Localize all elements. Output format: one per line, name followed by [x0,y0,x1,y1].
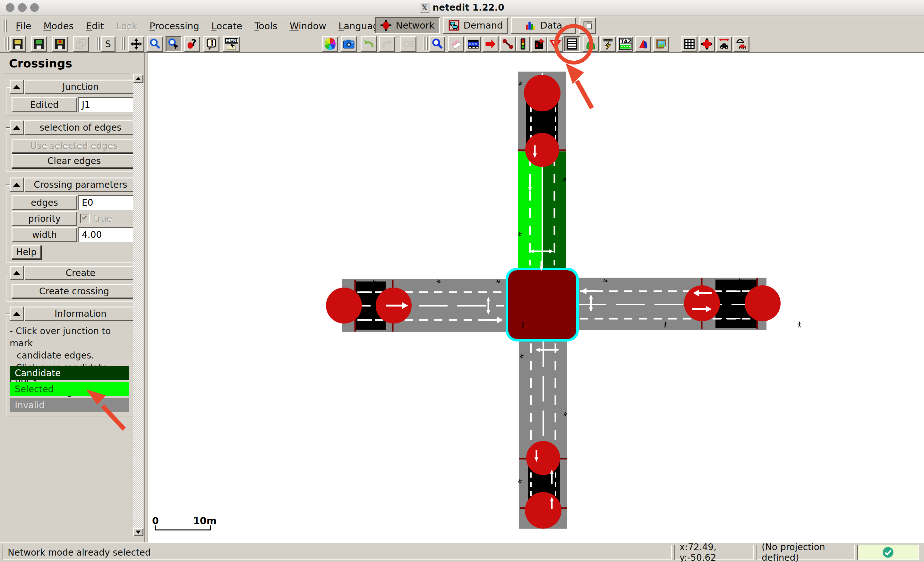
help-cursor-button[interactable]: ? [184,36,200,52]
save-network-button[interactable] [10,36,26,52]
create-group-title[interactable]: Create [24,266,136,280]
frame-scrollbar-down-button[interactable] [133,528,143,536]
tooltip-bubble-button[interactable]: ! [203,36,219,52]
save-plain-button[interactable] [31,36,47,52]
undo-list-button[interactable] [400,36,417,52]
select-mode-icon [467,38,479,50]
additional-mode-button[interactable] [531,36,548,52]
chevron-down-icon [136,530,141,534]
priority-attr-button[interactable]: priority [12,211,77,226]
prohibition-mode-button[interactable] [548,36,563,52]
delete-mode-button[interactable] [448,36,464,52]
statusbar: Network mode already selected x:72.49, y… [0,542,924,562]
minimize-button[interactable] [18,3,27,12]
parameters-collapse-button[interactable] [10,177,24,192]
redo-button[interactable] [379,36,395,52]
information-collapse-button[interactable] [10,307,24,321]
zoom-cursor-button[interactable] [165,36,182,52]
vehicle-spread-icon [718,38,730,50]
undo-icon [363,38,375,50]
junction-bubble[interactable] [524,75,561,111]
frame-scrollbar-up-button[interactable] [133,74,143,83]
move-mode-button[interactable] [483,36,499,52]
junction-collapse-button[interactable] [10,80,24,94]
edited-junction-label: Edited [12,97,77,112]
menu-file[interactable]: File [10,18,38,34]
legend-invalid: Invalid [10,398,129,412]
width-value-field[interactable]: 4.00 [78,227,136,242]
inspect-mode-button[interactable] [429,36,446,52]
toolbar-grip-3[interactable] [121,37,125,50]
toolbar-grip-4[interactable] [423,37,428,50]
window-panel-icon [583,20,593,30]
collapse-up-icon [13,271,20,275]
parameters-group-title[interactable]: Crossing parameters [24,177,136,192]
undo-button[interactable] [361,36,376,52]
close-button[interactable] [6,3,14,12]
maximize-button[interactable] [30,3,39,12]
network-canvas[interactable]: 0 10m [148,53,924,542]
junction-bubble[interactable] [745,286,781,321]
edge-selection-group-title[interactable]: selection of edges [24,120,136,135]
junction-bubble[interactable] [326,288,362,323]
taz-mode-button[interactable]: TAZ [617,36,633,52]
menu-edit[interactable]: Edit [80,18,110,34]
traffic-light-mode-button[interactable] [516,36,530,52]
supermode-demand-button[interactable]: Demand [443,17,508,34]
snapshot-button[interactable] [341,36,357,52]
junction-J1[interactable] [507,269,578,340]
help-button[interactable]: Help [12,245,41,259]
edges-value-field[interactable]: E0 [78,195,136,210]
toolbar-grip-1[interactable] [4,37,9,50]
status-message-panel: Network mode already selected [3,545,672,560]
zoom-extent-button[interactable] [147,36,163,52]
toggle-frame-button[interactable] [579,17,596,34]
select-mode-button[interactable] [465,36,481,52]
menu-window[interactable]: Window [284,18,332,34]
walkingarea-mode-button[interactable] [583,36,598,52]
create-crossing-button[interactable]: Create crossing [12,284,136,299]
junction-bubble[interactable] [684,286,720,321]
menu-processing[interactable]: Processing [143,18,206,34]
prohibition-mode-icon [549,38,561,50]
frame-scrollbar-track[interactable] [133,83,143,528]
menu-locate[interactable]: Locate [206,18,248,34]
title-divider [4,73,130,74]
junction-bubble[interactable] [526,441,560,475]
information-group-title[interactable]: Information [24,307,136,321]
frame-splitter[interactable] [144,53,148,542]
connection-mode-button[interactable] [500,36,516,52]
netedit-window: X netedit 1.22.0 File Modes Edit Lock Pr… [0,0,924,562]
save-sumo-config-button[interactable] [52,36,68,52]
width-attr-button[interactable]: width [12,227,77,242]
shape-mode-button[interactable] [635,36,651,52]
color-wheel-button[interactable] [322,36,338,52]
collapse-up-icon [13,85,20,89]
wire-mode-button[interactable] [600,36,616,52]
junction-bubble[interactable] [525,492,561,529]
move-view-button[interactable] [128,36,144,52]
show-overlapped-button[interactable] [734,36,750,52]
crossing-mode-button[interactable] [564,36,580,52]
menubar-grip[interactable] [3,20,7,32]
decal-mode-button[interactable] [653,36,669,52]
junction-shape-button[interactable] [699,36,715,52]
edited-junction-value[interactable]: J1 [78,97,136,112]
vehicle-spread-button[interactable] [716,36,732,52]
toolbar-grip-2[interactable] [96,37,100,50]
menu-modes[interactable]: Modes [38,18,80,34]
supermode-network-button[interactable]: Network [375,17,440,34]
junction-bubble[interactable] [525,133,559,167]
menu-tools[interactable]: Tools [248,18,283,34]
edge-selection-collapse-button[interactable] [10,120,24,135]
new-window-button[interactable] [73,36,89,52]
supermode-data-button[interactable]: Data [511,17,576,34]
menu-cursor-button[interactable]: MENU [223,36,240,52]
create-collapse-button[interactable] [10,266,24,280]
junction-group-title[interactable]: Junction [24,80,136,94]
grid-toggle-button[interactable] [681,36,698,52]
clear-edges-button[interactable]: Clear edges [12,154,136,168]
scheme-s-button[interactable]: S [101,36,116,52]
frame-title: Crossings [9,57,72,70]
edges-attr-button[interactable]: edges [12,195,77,210]
